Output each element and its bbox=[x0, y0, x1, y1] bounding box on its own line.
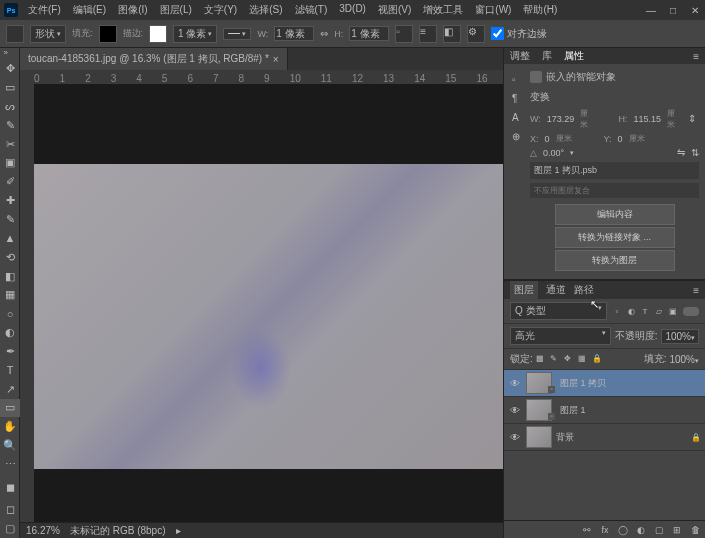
link-dims-icon[interactable]: ⇕ bbox=[688, 113, 699, 125]
close-tab-icon[interactable]: × bbox=[273, 54, 279, 65]
menu-file[interactable]: 文件(F) bbox=[22, 1, 67, 19]
brush-tool[interactable]: ✎ bbox=[0, 210, 20, 229]
path-tool[interactable]: ↗ bbox=[0, 380, 20, 399]
menu-plugins[interactable]: 增效工具 bbox=[417, 1, 469, 19]
link-wh-icon[interactable]: ⇔ bbox=[320, 28, 328, 39]
menu-window[interactable]: 窗口(W) bbox=[469, 1, 517, 19]
layer-item[interactable]: 👁 背景 🔒 bbox=[504, 424, 705, 451]
width-input[interactable] bbox=[274, 26, 314, 41]
filter-pixel-icon[interactable]: ▫ bbox=[611, 305, 623, 317]
prop-angle-value[interactable]: 0.00° bbox=[543, 148, 564, 158]
link-layers-icon[interactable]: ⚯ bbox=[581, 524, 593, 536]
filter-type-icon[interactable]: T bbox=[639, 305, 651, 317]
minimize-button[interactable]: — bbox=[645, 4, 657, 16]
gradient-tool[interactable]: ▦ bbox=[0, 285, 20, 304]
new-group-icon[interactable]: ▢ bbox=[653, 524, 665, 536]
panel-menu-icon[interactable]: ≡ bbox=[693, 51, 699, 62]
layer-name[interactable]: 图层 1 bbox=[560, 404, 701, 417]
panel-tool-icon-4[interactable]: ⊕ bbox=[512, 131, 528, 142]
stroke-style-dropdown[interactable]: ▾ bbox=[223, 28, 251, 40]
maximize-button[interactable]: □ bbox=[667, 4, 679, 16]
hand-tool[interactable]: ✋ bbox=[0, 417, 20, 436]
new-layer-icon[interactable]: ⊞ bbox=[671, 524, 683, 536]
tools-expand[interactable]: » bbox=[4, 48, 16, 59]
close-button[interactable]: ✕ bbox=[689, 4, 701, 16]
marquee-tool[interactable]: ▭ bbox=[0, 78, 20, 97]
doc-info[interactable]: 未标记的 RGB (8bpc) bbox=[70, 524, 166, 538]
prop-x-value[interactable]: 0 bbox=[545, 134, 550, 144]
menu-view[interactable]: 视图(V) bbox=[372, 1, 417, 19]
tab-channels[interactable]: 通道 bbox=[546, 283, 566, 297]
tab-layers[interactable]: 图层 bbox=[510, 281, 538, 299]
screenmode-toggle[interactable]: ▢ bbox=[0, 519, 20, 538]
frame-tool[interactable]: ▣ bbox=[0, 154, 20, 173]
prop-y-value[interactable]: 0 bbox=[618, 134, 623, 144]
menu-select[interactable]: 选择(S) bbox=[243, 1, 288, 19]
add-mask-icon[interactable]: ◯ bbox=[617, 524, 629, 536]
layer-thumbnail[interactable] bbox=[526, 426, 552, 448]
quickmask-toggle[interactable]: ◻ bbox=[0, 500, 20, 519]
path-ops-icon[interactable]: ▫ bbox=[395, 25, 413, 43]
stamp-tool[interactable]: ▲ bbox=[0, 229, 20, 248]
foreground-background-swatch[interactable]: ◼ bbox=[0, 474, 20, 500]
convert-to-layer-button[interactable]: 转换为图层 bbox=[555, 250, 675, 271]
path-align-icon[interactable]: ≡ bbox=[419, 25, 437, 43]
prop-height-value[interactable]: 115.15 bbox=[633, 114, 661, 124]
visibility-toggle[interactable]: 👁 bbox=[508, 405, 522, 416]
lock-pos-icon[interactable]: ✥ bbox=[564, 354, 575, 365]
eyedropper-tool[interactable]: ✐ bbox=[0, 172, 20, 191]
layer-item[interactable]: 👁 ▫ 图层 1 bbox=[504, 397, 705, 424]
zoom-level[interactable]: 16.27% bbox=[26, 525, 60, 536]
lock-trans-icon[interactable]: ▩ bbox=[536, 354, 547, 365]
blend-mode-dropdown[interactable]: 高光▾ bbox=[510, 327, 611, 345]
filter-toggle[interactable] bbox=[683, 307, 699, 316]
stroke-width-dropdown[interactable]: 1 像素▾ bbox=[173, 25, 217, 43]
type-tool[interactable]: T bbox=[0, 361, 20, 380]
menu-edit[interactable]: 编辑(E) bbox=[67, 1, 112, 19]
wand-tool[interactable]: ✎ bbox=[0, 116, 20, 135]
tab-paths[interactable]: 路径 bbox=[574, 283, 594, 297]
opacity-dropdown[interactable]: 100%▾ bbox=[661, 329, 699, 344]
delete-layer-icon[interactable]: 🗑 bbox=[689, 524, 701, 536]
layer-name[interactable]: 图层 1 拷贝 bbox=[560, 377, 701, 390]
flip-h-icon[interactable]: ⇋ bbox=[677, 147, 685, 158]
edit-contents-button[interactable]: 编辑内容 bbox=[555, 204, 675, 225]
blur-tool[interactable]: ○ bbox=[0, 304, 20, 323]
visibility-toggle[interactable]: 👁 bbox=[508, 378, 522, 389]
prop-width-value[interactable]: 173.29 bbox=[547, 114, 575, 124]
layer-filter-dropdown[interactable]: Q 类型▾ bbox=[510, 302, 607, 320]
flip-v-icon[interactable]: ⇅ bbox=[691, 147, 699, 158]
align-edges-checkbox[interactable]: 对齐边缘 bbox=[491, 27, 547, 41]
filter-adjust-icon[interactable]: ◐ bbox=[625, 305, 637, 317]
lock-all-icon[interactable]: 🔒 bbox=[592, 354, 603, 365]
rectangle-tool[interactable]: ▭ bbox=[0, 399, 20, 418]
new-adjustment-icon[interactable]: ◐ bbox=[635, 524, 647, 536]
edit-toolbar[interactable]: ⋯ bbox=[0, 455, 20, 474]
lock-nest-icon[interactable]: ▦ bbox=[578, 354, 589, 365]
panel-tool-icon-1[interactable]: ▫ bbox=[512, 74, 528, 85]
panel-tool-icon-3[interactable]: A bbox=[512, 112, 528, 123]
shape-mode-dropdown[interactable]: 形状▾ bbox=[30, 25, 66, 43]
tool-preset[interactable] bbox=[6, 25, 24, 43]
canvas[interactable] bbox=[34, 84, 503, 522]
ruler-horizontal[interactable]: 01234567891011121314151617 bbox=[20, 70, 503, 84]
menu-3d[interactable]: 3D(D) bbox=[333, 1, 372, 19]
zoom-tool[interactable]: 🔍 bbox=[0, 436, 20, 455]
crop-tool[interactable]: ✂ bbox=[0, 135, 20, 154]
fill-opacity-dropdown[interactable]: 100%▾ bbox=[669, 354, 699, 365]
heal-tool[interactable]: ✚ bbox=[0, 191, 20, 210]
lasso-tool[interactable]: ᔕ bbox=[0, 97, 20, 116]
gear-icon[interactable]: ⚙ bbox=[467, 25, 485, 43]
layer-item[interactable]: 👁 ▫ 图层 1 拷贝 bbox=[504, 370, 705, 397]
dodge-tool[interactable]: ◐ bbox=[0, 323, 20, 342]
document-tab[interactable]: toucan-4185361.jpg @ 16.3% (图层 1 拷贝, RGB… bbox=[20, 48, 288, 70]
pen-tool[interactable]: ✒ bbox=[0, 342, 20, 361]
move-tool[interactable]: ✥ bbox=[0, 59, 20, 78]
lock-pixels-icon[interactable]: ✎ bbox=[550, 354, 561, 365]
eraser-tool[interactable]: ◧ bbox=[0, 267, 20, 286]
panel-tab-library[interactable]: 库 bbox=[542, 49, 552, 63]
height-input[interactable] bbox=[349, 26, 389, 41]
history-brush-tool[interactable]: ⟲ bbox=[0, 248, 20, 267]
convert-to-linked-button[interactable]: 转换为链接对象 ... bbox=[555, 227, 675, 248]
filter-smart-icon[interactable]: ▣ bbox=[667, 305, 679, 317]
